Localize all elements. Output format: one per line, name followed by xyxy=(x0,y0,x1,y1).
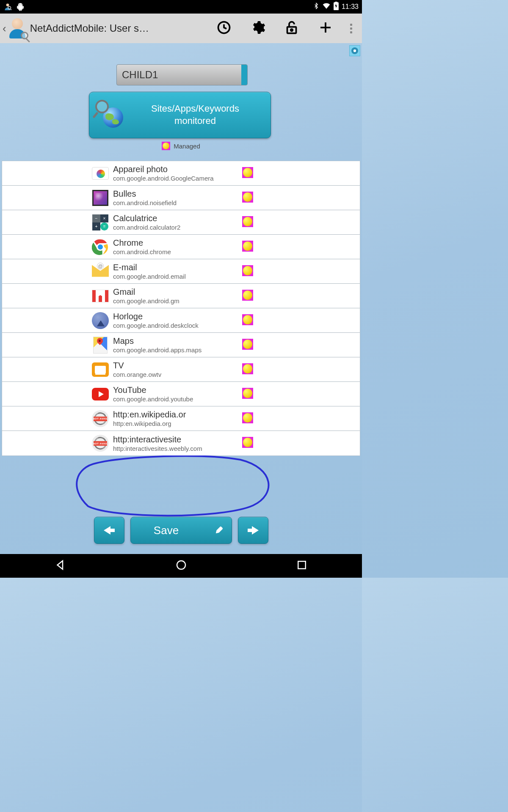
list-item-title: YouTube xyxy=(113,385,360,395)
list-item-subtitle: com.google.android.gm xyxy=(113,297,360,304)
managed-status-icon[interactable] xyxy=(242,412,253,425)
back-icon[interactable]: ‹ xyxy=(3,22,6,35)
pencil-icon xyxy=(213,524,224,536)
remote-access-indicator-icon[interactable] xyxy=(349,45,360,56)
list-item-title: http:en.wikipedia.or xyxy=(113,410,360,420)
managed-status-icon[interactable] xyxy=(242,265,253,278)
app-icon: @ xyxy=(92,263,109,280)
list-item-texts: http:interactivesitehttp:interactivesite… xyxy=(113,435,360,452)
svg-rect-14 xyxy=(298,561,306,569)
list-item-title: Horloge xyxy=(113,312,360,321)
app-icon xyxy=(92,165,109,182)
list-item[interactable]: NOT AVAILhttp:interactivesitehttp:intera… xyxy=(2,431,360,455)
list-item-title: Bulles xyxy=(113,189,360,199)
list-item[interactable]: TVcom.orange.owtv xyxy=(2,357,360,382)
bottom-action-bar: Save xyxy=(0,517,362,544)
list-item-title: Gmail xyxy=(113,287,360,297)
nav-back-icon[interactable] xyxy=(54,559,67,573)
svg-point-4 xyxy=(21,4,21,5)
sites-apps-keywords-button[interactable]: Sites/Apps/Keywords monitored xyxy=(89,92,271,138)
list-item[interactable]: Horlogecom.google.android.deskclock xyxy=(2,308,360,333)
svg-line-2 xyxy=(11,9,12,10)
monitored-list: Appareil photocom.google.android.GoogleC… xyxy=(2,161,360,456)
list-item[interactable]: Gmailcom.google.android.gm xyxy=(2,284,360,308)
list-item-title: Appareil photo xyxy=(113,165,360,174)
lock-open-icon[interactable] xyxy=(275,20,309,37)
list-item-title: Calculatrice xyxy=(113,214,360,223)
nav-home-icon[interactable] xyxy=(175,559,188,573)
list-item-title: Chrome xyxy=(113,238,360,248)
overflow-menu-icon[interactable] xyxy=(342,24,359,33)
managed-status-icon[interactable] xyxy=(242,216,253,229)
app-icon xyxy=(92,337,109,354)
wifi-icon xyxy=(322,2,331,12)
content-area: CHILD1 Sites/Apps/Keywords monitored Man… xyxy=(0,43,362,456)
list-item-title: Maps xyxy=(113,336,360,346)
list-item[interactable]: Mapscom.google.android.apps.maps xyxy=(2,333,360,357)
list-item-texts: YouTubecom.google.android.youtube xyxy=(113,385,360,403)
svg-rect-6 xyxy=(335,2,337,3)
app-icon: −×+= xyxy=(92,214,109,231)
managed-status-icon[interactable] xyxy=(242,314,253,327)
list-item-title: E-mail xyxy=(113,263,360,272)
list-item[interactable]: Appareil photocom.google.android.GoogleC… xyxy=(2,161,360,186)
list-item-texts: Horlogecom.google.android.deskclock xyxy=(113,312,360,329)
status-bar: 11:33 xyxy=(0,0,362,14)
list-item[interactable]: @E-mailcom.google.android.email xyxy=(2,259,360,284)
user-select-value: CHILD1 xyxy=(122,69,158,81)
managed-status-icon[interactable] xyxy=(242,192,253,204)
managed-status-icon[interactable] xyxy=(242,437,253,450)
list-item-title: TV xyxy=(113,361,360,370)
managed-status-icon[interactable] xyxy=(242,388,253,401)
list-item-texts: Gmailcom.google.android.gm xyxy=(113,287,360,304)
app-icon xyxy=(92,239,109,255)
managed-legend-label: Managed xyxy=(174,143,200,150)
list-item[interactable]: YouTubecom.google.android.youtube xyxy=(2,382,360,406)
svg-point-9 xyxy=(291,29,293,31)
managed-status-icon[interactable] xyxy=(242,241,253,253)
app-icon xyxy=(92,386,109,403)
managed-status-icon[interactable] xyxy=(242,167,253,180)
list-item-texts: E-mailcom.google.android.email xyxy=(113,263,360,280)
app-logo-icon[interactable] xyxy=(7,18,28,38)
managed-legend: Managed xyxy=(0,142,362,150)
app-icon xyxy=(92,312,109,329)
list-item[interactable]: Chromecom.android.chrome xyxy=(2,235,360,259)
managed-status-icon[interactable] xyxy=(242,363,253,376)
bluetooth-icon xyxy=(313,2,320,12)
time-schedule-icon[interactable] xyxy=(207,20,241,37)
system-nav-bar xyxy=(0,554,362,578)
notification-android-icon xyxy=(16,3,25,11)
settings-gear-icon[interactable] xyxy=(241,20,275,37)
list-item[interactable]: NOT AVAILhttp:en.wikipedia.orhttp:en.wik… xyxy=(2,406,360,431)
previous-button[interactable] xyxy=(94,517,124,544)
list-item-texts: Mapscom.google.android.apps.maps xyxy=(113,336,360,354)
globe-search-icon xyxy=(98,102,123,128)
list-item[interactable]: −×+=Calculatricecom.android.calculator2 xyxy=(2,210,360,235)
svg-point-0 xyxy=(6,4,9,7)
app-icon: NOT AVAIL xyxy=(92,435,109,452)
user-select-dropdown[interactable]: CHILD1 xyxy=(116,64,248,85)
list-item-subtitle: com.google.android.GoogleCamera xyxy=(113,175,360,182)
app-icon xyxy=(92,361,109,378)
status-time: 11:33 xyxy=(342,3,359,11)
action-bar: ‹ NetAddictMobile: User s… xyxy=(0,14,362,43)
managed-status-icon[interactable] xyxy=(242,339,253,351)
list-item-subtitle: com.google.android.email xyxy=(113,273,360,280)
list-item-texts: Bullescom.android.noisefield xyxy=(113,189,360,206)
list-item-subtitle: com.google.android.apps.maps xyxy=(113,346,360,354)
list-item-subtitle: com.orange.owtv xyxy=(113,371,360,378)
add-plus-icon[interactable] xyxy=(309,20,342,37)
list-item[interactable]: Bullescom.android.noisefield xyxy=(2,186,360,210)
list-item-texts: TVcom.orange.owtv xyxy=(113,361,360,378)
list-item-subtitle: com.google.android.deskclock xyxy=(113,322,360,329)
next-button[interactable] xyxy=(238,517,268,544)
nav-recent-icon[interactable] xyxy=(295,559,308,573)
svg-point-3 xyxy=(19,4,19,5)
save-button[interactable]: Save xyxy=(130,517,232,544)
managed-status-icon[interactable] xyxy=(242,290,253,302)
list-item-texts: Calculatricecom.android.calculator2 xyxy=(113,214,360,231)
notification-app-icon xyxy=(3,3,12,11)
list-item-texts: Chromecom.android.chrome xyxy=(113,238,360,255)
list-item-texts: http:en.wikipedia.orhttp:en.wikipedia.or… xyxy=(113,410,360,427)
